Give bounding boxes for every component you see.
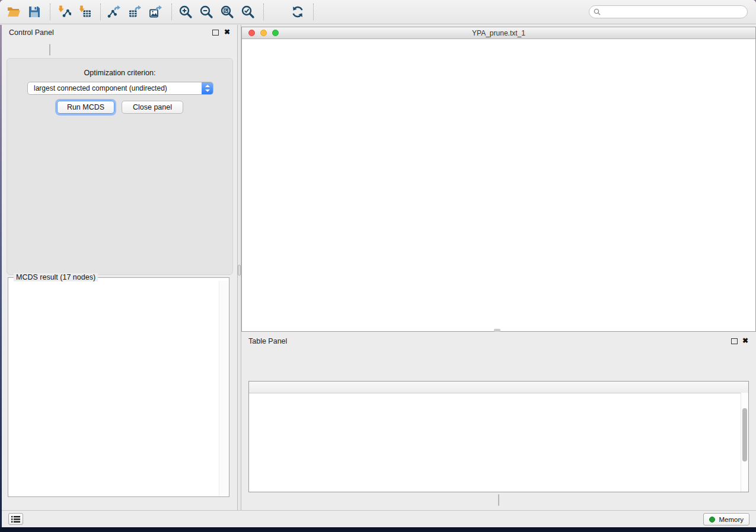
toolbar-separator [50, 4, 50, 20]
zoom-selected-icon[interactable] [240, 4, 256, 20]
mcds-panel: Optimization criterion: largest connecte… [7, 58, 233, 275]
control-panel-tabs [49, 44, 50, 56]
search-box[interactable] [589, 5, 748, 18]
memory-status-icon [709, 517, 715, 523]
close-panel-icon[interactable]: ✖ [742, 336, 748, 345]
control-panel-titlebar: Control Panel ✖ [2, 25, 237, 40]
cytoscape-window: Control Panel ✖ Optimization criterion: … [0, 0, 756, 527]
splitter-handle[interactable] [238, 265, 241, 275]
export-image-icon[interactable] [148, 4, 164, 20]
table-panel-titlebar: Table Panel ✖ [241, 334, 756, 349]
dropdown-stepper-icon [202, 82, 213, 94]
open-file-icon[interactable] [6, 4, 21, 20]
search-icon [594, 8, 601, 15]
task-list-icon [11, 515, 20, 523]
optimization-criterion-label: Optimization criterion: [7, 69, 232, 77]
refresh-layout-icon[interactable] [290, 4, 305, 20]
control-panel-title: Control Panel [9, 28, 54, 37]
network-window-titlebar: YPA_prune.txt_1 [242, 27, 755, 39]
zoom-fit-icon[interactable] [219, 4, 235, 20]
toolbar-separator [171, 4, 172, 20]
table-header-row [249, 382, 748, 393]
network-graph-canvas[interactable] [242, 39, 755, 331]
zoom-out-icon[interactable] [199, 4, 214, 20]
vertical-splitter[interactable] [237, 25, 241, 511]
export-network-icon[interactable] [107, 4, 122, 20]
import-table-icon[interactable] [77, 4, 92, 20]
memory-button[interactable]: Memory [703, 513, 749, 525]
float-panel-icon[interactable] [212, 30, 219, 36]
mcds-result-box: MCDS result (17 nodes) [8, 277, 229, 497]
horizontal-splitter-handle[interactable] [494, 329, 500, 332]
table-scrollbar[interactable] [741, 393, 748, 492]
toolbar-separator [100, 4, 101, 20]
toolbar-separator [313, 4, 314, 20]
zoom-in-icon[interactable] [178, 4, 193, 20]
memory-button-label: Memory [719, 516, 744, 523]
criterion-dropdown-value: largest connected component (undirected) [34, 84, 167, 92]
search-input[interactable] [604, 7, 742, 18]
import-network-icon[interactable] [56, 4, 72, 20]
mcds-result-list[interactable] [9, 281, 219, 496]
table-panel: Table Panel ✖ [241, 334, 756, 511]
main-toolbar [0, 0, 756, 24]
criterion-dropdown[interactable]: largest connected component (undirected) [27, 82, 213, 95]
network-view-window: YPA_prune.txt_1 [241, 27, 756, 332]
table-toolbar [247, 350, 750, 376]
table-tabs-row [241, 494, 756, 507]
mcds-list-scrollbar[interactable] [219, 281, 228, 496]
close-panel-icon[interactable]: ✖ [224, 28, 230, 36]
run-mcds-button[interactable]: Run MCDS [57, 101, 114, 114]
float-panel-icon[interactable] [731, 338, 738, 344]
node-table [248, 381, 749, 492]
network-window-title: YPA_prune.txt_1 [242, 29, 755, 37]
task-history-button[interactable] [8, 513, 23, 525]
close-panel-button[interactable]: Close panel [122, 101, 183, 114]
table-panel-title: Table Panel [248, 337, 287, 345]
table-scrollbar-thumb[interactable] [742, 408, 747, 462]
wallpaper-edge-strip [0, 25, 2, 527]
status-bar: Memory [0, 510, 756, 527]
control-panel: Control Panel ✖ Optimization criterion: … [2, 25, 237, 511]
export-table-icon[interactable] [127, 4, 143, 20]
toolbar-icon-strip [6, 4, 320, 20]
save-session-icon[interactable] [27, 4, 42, 20]
toolbar-separator [263, 4, 264, 20]
mcds-result-legend: MCDS result (17 nodes) [14, 273, 98, 281]
